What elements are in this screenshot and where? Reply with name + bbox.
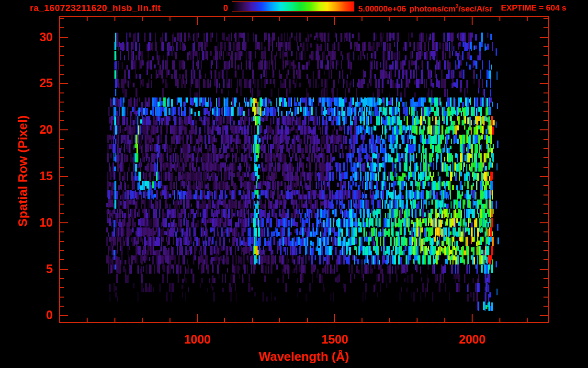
- colorbar: [232, 1, 354, 12]
- y-tick-label: 25: [12, 76, 53, 90]
- y-minor-tick: [60, 111, 64, 112]
- y-minor-tick: [543, 120, 548, 121]
- y-minor-tick: [60, 27, 64, 28]
- y-minor-tick: [543, 297, 548, 298]
- y-minor-tick: [543, 278, 548, 279]
- y-minor-tick: [60, 204, 64, 205]
- x-minor-tick: [527, 17, 528, 21]
- y-minor-tick: [60, 139, 64, 140]
- y-minor-tick: [543, 213, 548, 214]
- x-minor-tick: [252, 17, 253, 21]
- y-minor-tick: [60, 278, 64, 279]
- x-minor-tick: [362, 318, 362, 322]
- x-minor-tick: [142, 17, 143, 21]
- y-major-tick: [540, 83, 548, 84]
- y-major-tick: [60, 129, 68, 130]
- y-minor-tick: [60, 231, 64, 232]
- y-minor-tick: [60, 167, 64, 168]
- y-minor-tick: [543, 287, 548, 288]
- x-minor-tick: [170, 17, 170, 21]
- y-minor-tick: [543, 231, 548, 232]
- y-major-tick: [540, 269, 548, 270]
- x-minor-tick: [417, 318, 418, 322]
- y-tick-label: 10: [12, 216, 53, 230]
- y-minor-tick: [543, 55, 548, 56]
- y-minor-tick: [543, 167, 548, 168]
- y-minor-tick: [543, 102, 548, 103]
- x-minor-tick: [224, 17, 225, 21]
- x-minor-tick: [142, 318, 143, 322]
- x-tick-label: 2000: [448, 333, 496, 346]
- x-minor-tick: [417, 17, 418, 21]
- y-tick-label: 5: [12, 262, 53, 276]
- y-major-tick: [60, 222, 68, 223]
- x-minor-tick: [499, 17, 500, 21]
- plot-frame: [59, 16, 549, 323]
- y-major-tick: [60, 83, 68, 84]
- x-minor-tick: [307, 17, 308, 21]
- y-minor-tick: [543, 74, 548, 75]
- y-major-tick: [60, 176, 68, 177]
- y-tick-label: 0: [12, 308, 53, 322]
- x-minor-tick: [307, 318, 308, 322]
- x-tick-label: 1500: [311, 333, 359, 346]
- y-minor-tick: [543, 92, 548, 93]
- y-minor-tick: [543, 250, 548, 251]
- y-minor-tick: [60, 102, 64, 103]
- x-minor-tick: [224, 318, 225, 322]
- y-minor-tick: [543, 65, 548, 66]
- exptime-label: EXPTIME = 604 s: [501, 3, 566, 13]
- x-major-tick: [334, 314, 335, 322]
- filename-title: ra_160723211620_hisb_lin.fit: [30, 3, 161, 13]
- y-tick-label: 15: [12, 169, 53, 183]
- y-minor-tick: [543, 111, 548, 112]
- y-minor-tick: [543, 195, 548, 196]
- y-major-tick: [540, 315, 548, 316]
- y-tick-label: 20: [12, 123, 53, 137]
- y-tick-label: 30: [12, 30, 53, 44]
- y-minor-tick: [543, 139, 548, 140]
- x-tick-label: 1000: [173, 333, 221, 346]
- y-minor-tick: [60, 148, 64, 149]
- y-minor-tick: [60, 259, 64, 260]
- x-minor-tick: [389, 318, 390, 322]
- x-minor-tick: [87, 318, 88, 322]
- x-minor-tick: [362, 17, 362, 21]
- y-minor-tick: [60, 46, 64, 47]
- y-minor-tick: [60, 297, 64, 298]
- x-major-tick: [197, 314, 198, 322]
- colorbar-max-label: 5.00000e+06photons/cm2/sec/A/sr: [358, 3, 492, 14]
- colorbar-units: photons/cm2/sec/A/sr: [409, 4, 492, 13]
- y-minor-tick: [543, 204, 548, 205]
- y-minor-tick: [60, 74, 64, 75]
- y-minor-tick: [60, 213, 64, 214]
- y-minor-tick: [543, 306, 548, 307]
- x-minor-tick: [444, 17, 445, 21]
- x-minor-tick: [170, 318, 170, 322]
- y-minor-tick: [60, 65, 64, 66]
- y-minor-tick: [543, 46, 548, 47]
- y-major-tick: [540, 176, 548, 177]
- y-minor-tick: [60, 55, 64, 56]
- y-minor-tick: [60, 306, 64, 307]
- colorbar-min-label: 0: [210, 3, 228, 13]
- spectrum-heatmap: [60, 17, 548, 322]
- x-major-tick: [334, 17, 335, 25]
- y-minor-tick: [60, 185, 64, 186]
- y-minor-tick: [60, 157, 64, 158]
- y-minor-tick: [60, 120, 64, 121]
- x-major-tick: [197, 17, 198, 25]
- x-minor-tick: [444, 318, 445, 322]
- x-minor-tick: [114, 318, 115, 322]
- x-minor-tick: [389, 17, 390, 21]
- y-minor-tick: [543, 18, 548, 19]
- y-minor-tick: [60, 18, 64, 19]
- y-major-tick: [60, 315, 68, 316]
- x-minor-tick: [114, 17, 115, 21]
- y-major-tick: [60, 37, 68, 38]
- y-major-tick: [540, 222, 548, 223]
- y-minor-tick: [60, 92, 64, 93]
- x-major-tick: [472, 17, 473, 25]
- x-minor-tick: [527, 318, 528, 322]
- y-minor-tick: [543, 148, 548, 149]
